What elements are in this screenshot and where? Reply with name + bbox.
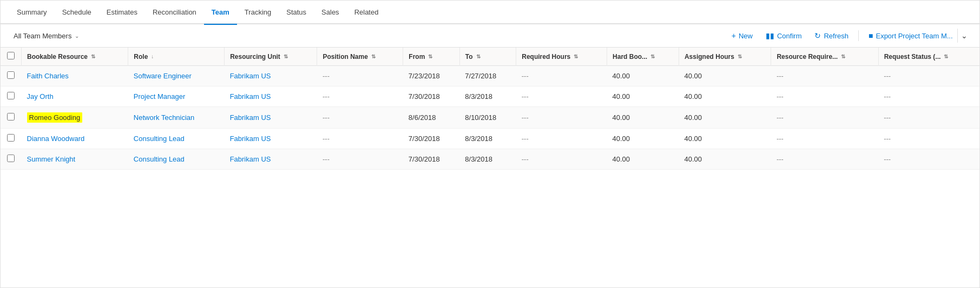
- bookable-resource-link[interactable]: Jay Orth: [27, 92, 54, 101]
- bookable-resource-link[interactable]: Summer Knight: [27, 155, 76, 163]
- cell-resource-require: ---: [771, 129, 878, 149]
- cell-role: Network Technician: [128, 107, 225, 129]
- sort-icon: ↓: [151, 53, 154, 59]
- row-checkbox-cell: [1, 149, 22, 170]
- sort-icon: ⇅: [841, 53, 845, 59]
- row-checkbox[interactable]: [7, 155, 15, 162]
- request-status-value: ---: [884, 113, 891, 122]
- tab-summary[interactable]: Summary: [9, 0, 55, 24]
- tab-status[interactable]: Status: [279, 0, 314, 24]
- col-role[interactable]: Role ↓: [128, 48, 225, 66]
- tab-schedule[interactable]: Schedule: [55, 0, 99, 24]
- cell-resource-require: ---: [771, 86, 878, 107]
- table-container: Bookable Resource ⇅ Role ↓ Resourcing Un…: [1, 48, 979, 170]
- table-header-row: Bookable Resource ⇅ Role ↓ Resourcing Un…: [1, 48, 979, 66]
- position-name-value: ---: [323, 92, 330, 101]
- cell-role: Consulting Lead: [128, 149, 225, 170]
- resource-require-value: ---: [777, 72, 784, 80]
- cell-from: 7/30/2018: [403, 149, 459, 170]
- col-request-status[interactable]: Request Status (... ⇅: [878, 48, 979, 66]
- sort-icon: ⇅: [91, 53, 95, 59]
- required-hours-value: ---: [522, 135, 529, 143]
- plus-icon: +: [732, 31, 736, 40]
- export-button[interactable]: ■ Export Project Team M...: [863, 29, 955, 43]
- cell-resourcing-unit: Fabrikam US: [225, 149, 317, 170]
- col-to[interactable]: To ⇅: [459, 48, 516, 66]
- sort-icon: ⇅: [574, 53, 578, 59]
- cell-resource-require: ---: [771, 66, 878, 86]
- sort-icon: ⇅: [944, 53, 948, 59]
- table-body: Faith CharlesSoftware EngineerFabrikam U…: [1, 66, 979, 170]
- table-row: Faith CharlesSoftware EngineerFabrikam U…: [1, 66, 979, 86]
- cell-from: 7/30/2018: [403, 129, 459, 149]
- refresh-button[interactable]: ↻ Refresh: [809, 29, 854, 43]
- role-link[interactable]: Consulting Lead: [134, 135, 185, 143]
- bookable-resource-link[interactable]: Faith Charles: [27, 72, 69, 80]
- col-resource-require[interactable]: Resource Require... ⇅: [771, 48, 878, 66]
- role-link[interactable]: Consulting Lead: [134, 155, 185, 163]
- cell-from: 7/23/2018: [403, 66, 459, 86]
- resourcing-unit-link[interactable]: Fabrikam US: [230, 72, 271, 80]
- tab-related[interactable]: Related: [347, 0, 386, 24]
- table-row: Dianna WoodwardConsulting LeadFabrikam U…: [1, 129, 979, 149]
- tab-estimates[interactable]: Estimates: [99, 0, 145, 24]
- select-all-header[interactable]: [1, 48, 22, 66]
- resource-require-value: ---: [777, 135, 784, 143]
- cell-hard-boo: 40.00: [607, 149, 679, 170]
- row-checkbox[interactable]: [7, 134, 15, 142]
- tab-tracking[interactable]: Tracking: [237, 0, 279, 24]
- sort-icon: ⇅: [428, 53, 432, 59]
- row-checkbox[interactable]: [7, 92, 15, 99]
- role-link[interactable]: Network Technician: [134, 113, 194, 122]
- select-all-checkbox[interactable]: [7, 52, 15, 59]
- cell-resourcing-unit: Fabrikam US: [225, 66, 317, 86]
- bookable-resource-link[interactable]: Dianna Woodward: [27, 135, 85, 143]
- resource-require-value: ---: [777, 155, 784, 163]
- role-link[interactable]: Software Engineer: [134, 72, 192, 80]
- required-hours-value: ---: [522, 113, 529, 122]
- row-checkbox[interactable]: [7, 71, 15, 79]
- cell-resource-require: ---: [771, 107, 878, 129]
- nav-tabs: Summary Schedule Estimates Reconciliatio…: [1, 1, 979, 24]
- cell-assigned-hours: 40.00: [679, 86, 771, 107]
- row-checkbox-cell: [1, 66, 22, 86]
- filter-dropdown[interactable]: All Team Members ⌄: [9, 30, 83, 42]
- resourcing-unit-link[interactable]: Fabrikam US: [230, 155, 271, 163]
- cell-assigned-hours: 40.00: [679, 107, 771, 129]
- chevron-down-icon: ⌄: [75, 33, 79, 39]
- col-from[interactable]: From ⇅: [403, 48, 459, 66]
- request-status-value: ---: [884, 155, 891, 163]
- position-name-value: ---: [323, 155, 330, 163]
- bookable-resource-link[interactable]: Romeo Gooding: [27, 112, 83, 123]
- cell-hard-boo: 40.00: [607, 107, 679, 129]
- new-button[interactable]: + New: [726, 29, 758, 43]
- confirm-button[interactable]: ▮▮ Confirm: [760, 29, 807, 43]
- cell-resourcing-unit: Fabrikam US: [225, 107, 317, 129]
- col-required-hours[interactable]: Required Hours ⇅: [516, 48, 607, 66]
- role-link[interactable]: Project Manager: [134, 92, 185, 101]
- col-position-name[interactable]: Position Name ⇅: [317, 48, 403, 66]
- row-checkbox-cell: [1, 129, 22, 149]
- filter-label: All Team Members: [14, 32, 71, 40]
- cell-assigned-hours: 40.00: [679, 129, 771, 149]
- resourcing-unit-link[interactable]: Fabrikam US: [230, 135, 271, 143]
- resourcing-unit-link[interactable]: Fabrikam US: [230, 92, 271, 101]
- cell-request-status: ---: [878, 66, 979, 86]
- required-hours-value: ---: [522, 155, 529, 163]
- cell-bookable-resource: Faith Charles: [22, 66, 128, 86]
- col-hard-boo[interactable]: Hard Boo... ⇅: [607, 48, 679, 66]
- tab-team[interactable]: Team: [204, 0, 237, 24]
- row-checkbox[interactable]: [7, 113, 15, 120]
- cell-to: 7/27/2018: [459, 66, 516, 86]
- sort-icon: ⇅: [284, 53, 288, 59]
- resourcing-unit-link[interactable]: Fabrikam US: [230, 113, 271, 122]
- col-assigned-hours[interactable]: Assigned Hours ⇅: [679, 48, 771, 66]
- tab-sales[interactable]: Sales: [314, 0, 347, 24]
- tab-reconciliation[interactable]: Reconciliation: [145, 0, 204, 24]
- col-resourcing-unit[interactable]: Resourcing Unit ⇅: [225, 48, 317, 66]
- more-button[interactable]: ⌄: [957, 29, 971, 43]
- resource-require-value: ---: [777, 92, 784, 101]
- row-checkbox-cell: [1, 107, 22, 129]
- refresh-label: Refresh: [824, 32, 849, 40]
- col-bookable-resource[interactable]: Bookable Resource ⇅: [22, 48, 128, 66]
